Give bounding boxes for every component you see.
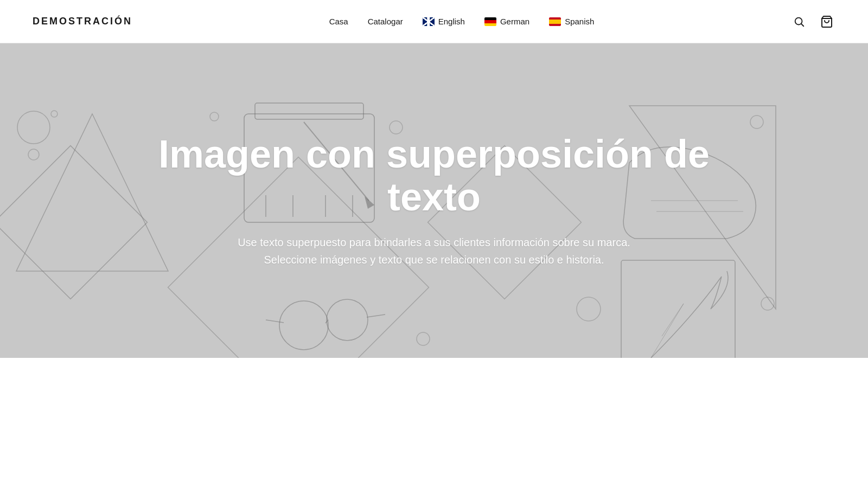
cart-button[interactable] — [818, 13, 835, 30]
lang-german-label: German — [500, 17, 529, 26]
flag-uk-icon — [423, 17, 435, 26]
header-icons — [791, 13, 835, 30]
svg-point-8 — [417, 332, 430, 345]
lang-german[interactable]: German — [484, 17, 529, 26]
svg-point-6 — [210, 112, 219, 121]
svg-point-0 — [795, 17, 802, 24]
search-button[interactable] — [791, 14, 807, 30]
svg-rect-32 — [621, 260, 735, 358]
svg-point-10 — [750, 115, 763, 129]
svg-point-5 — [51, 111, 58, 117]
svg-point-26 — [327, 299, 368, 341]
svg-line-27 — [266, 320, 284, 323]
site-logo: DEMOSTRACIÓN — [33, 16, 132, 27]
lang-spanish-label: Spanish — [565, 17, 594, 26]
hero-title: Imagen con superposición de texto — [157, 133, 711, 219]
lang-spanish[interactable]: Spanish — [549, 17, 594, 26]
flag-de-icon — [484, 17, 496, 26]
svg-line-28 — [367, 314, 385, 317]
svg-rect-12 — [0, 146, 147, 299]
cart-icon — [820, 15, 833, 28]
flag-es-icon — [549, 17, 561, 26]
main-nav: Casa Catalogar English German Spanish — [329, 17, 595, 26]
svg-rect-18 — [255, 103, 363, 119]
hero-subtitle: Use texto superpuesto para brindarles a … — [212, 234, 656, 268]
hero-section: Imagen con superposición de texto Use te… — [0, 43, 868, 358]
svg-point-4 — [28, 149, 39, 160]
svg-point-3 — [17, 111, 50, 144]
hero-content: Imagen con superposición de texto Use te… — [136, 133, 732, 268]
lang-english[interactable]: English — [423, 17, 465, 26]
lang-english-label: English — [438, 17, 465, 26]
svg-point-9 — [577, 297, 601, 321]
site-header: DEMOSTRACIÓN Casa Catalogar English Germ… — [0, 0, 868, 43]
bottom-white-area — [0, 358, 868, 488]
svg-point-25 — [279, 301, 328, 350]
search-icon — [793, 16, 805, 28]
nav-casa[interactable]: Casa — [329, 17, 348, 26]
svg-line-1 — [801, 24, 803, 26]
nav-catalogar[interactable]: Catalogar — [368, 17, 403, 26]
